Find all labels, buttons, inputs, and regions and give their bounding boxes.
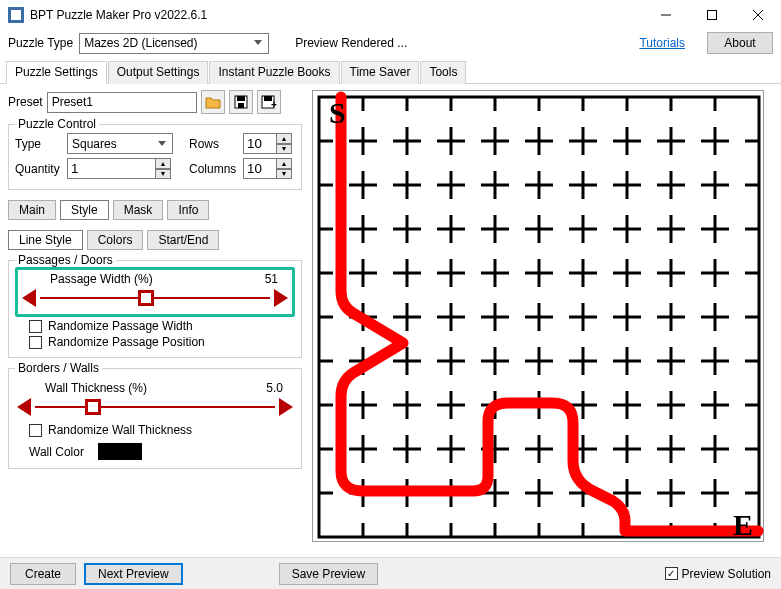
maximize-button[interactable] <box>689 0 735 30</box>
save-button[interactable] <box>229 90 253 114</box>
checkbox-checked-icon: ✓ <box>665 567 678 580</box>
preview-solution-label: Preview Solution <box>682 567 771 581</box>
tab-tools[interactable]: Tools <box>420 61 466 84</box>
subtab-info[interactable]: Info <box>167 200 209 220</box>
randomize-passage-width-checkbox[interactable]: Randomize Passage Width <box>29 319 295 333</box>
cols-down-icon[interactable]: ▼ <box>277 169 292 180</box>
type-select[interactable]: Squares <box>67 133 173 154</box>
rows-input[interactable] <box>243 133 277 154</box>
maze-end-label: E <box>733 508 753 541</box>
checkbox-icon <box>29 320 42 333</box>
passages-group: Passages / Doors Passage Width (%) 51 Ra… <box>8 260 302 358</box>
randomize-wall-thickness-checkbox[interactable]: Randomize Wall Thickness <box>29 423 295 437</box>
preset-input[interactable] <box>47 92 197 113</box>
cols-up-icon[interactable]: ▲ <box>277 158 292 169</box>
puzzle-type-value: Mazes 2D (Licensed) <box>84 36 197 50</box>
quantity-spinner[interactable]: ▲▼ <box>67 158 173 179</box>
wall-thickness-slider[interactable] <box>17 397 293 417</box>
columns-label: Columns <box>189 162 237 176</box>
qty-down-icon[interactable]: ▼ <box>156 169 171 180</box>
preview-status: Preview Rendered ... <box>295 36 407 50</box>
columns-spinner[interactable]: ▲▼ <box>243 158 292 179</box>
type-label: Type <box>15 137 61 151</box>
qty-up-icon[interactable]: ▲ <box>156 158 171 169</box>
close-button[interactable] <box>735 0 781 30</box>
window-title: BPT Puzzle Maker Pro v2022.6.1 <box>30 8 643 22</box>
rows-spinner[interactable]: ▲▼ <box>243 133 292 154</box>
about-button[interactable]: About <box>707 32 773 54</box>
puzzle-type-label: Puzzle Type <box>8 36 73 50</box>
randomize-wall-thickness-label: Randomize Wall Thickness <box>48 423 192 437</box>
app-icon <box>8 7 24 23</box>
styletab-colors[interactable]: Colors <box>87 230 144 250</box>
sub-tabs: Main Style Mask Info <box>8 200 302 220</box>
randomize-passage-position-label: Randomize Passage Position <box>48 335 205 349</box>
puzzle-type-select[interactable]: Mazes 2D (Licensed) <box>79 33 269 54</box>
subtab-style[interactable]: Style <box>60 200 109 220</box>
tab-time-saver[interactable]: Time Saver <box>341 61 420 84</box>
passage-width-value: 51 <box>265 272 278 286</box>
randomize-passage-position-checkbox[interactable]: Randomize Passage Position <box>29 335 295 349</box>
wall-color-label: Wall Color <box>29 445 84 459</box>
svg-text:+: + <box>271 99 277 109</box>
wall-thickness-value: 5.0 <box>266 381 283 395</box>
passage-width-label: Passage Width (%) <box>50 272 153 286</box>
wall-color-row: Wall Color <box>29 443 295 460</box>
tab-puzzle-settings[interactable]: Puzzle Settings <box>6 61 107 84</box>
slider-left-arrow-icon[interactable] <box>17 398 31 416</box>
maze-preview: S E <box>312 90 764 542</box>
slider-right-arrow-icon[interactable] <box>274 289 288 307</box>
maze-start-label: S <box>329 96 346 129</box>
preview-solution-checkbox[interactable]: ✓ Preview Solution <box>665 567 771 581</box>
tab-instant-puzzle-books[interactable]: Instant Puzzle Books <box>209 61 339 84</box>
svg-rect-5 <box>237 96 245 101</box>
tutorials-link[interactable]: Tutorials <box>639 36 685 50</box>
puzzle-control-group: Puzzle Control Type Squares Rows ▲▼ Quan… <box>8 124 302 190</box>
borders-title: Borders / Walls <box>15 361 102 375</box>
next-preview-button[interactable]: Next Preview <box>84 563 183 585</box>
puzzle-control-title: Puzzle Control <box>15 117 99 131</box>
wall-color-swatch[interactable] <box>98 443 142 460</box>
main-tabs: Puzzle Settings Output Settings Instant … <box>0 60 781 84</box>
subtab-main[interactable]: Main <box>8 200 56 220</box>
rows-up-icon[interactable]: ▲ <box>277 133 292 144</box>
svg-rect-1 <box>708 10 717 19</box>
styletab-start-end[interactable]: Start/End <box>147 230 219 250</box>
type-value: Squares <box>72 137 117 151</box>
save-as-button[interactable]: + <box>257 90 281 114</box>
columns-input[interactable] <box>243 158 277 179</box>
svg-rect-6 <box>238 103 244 108</box>
open-folder-button[interactable] <box>201 90 225 114</box>
quantity-label: Quantity <box>15 162 61 176</box>
randomize-passage-width-label: Randomize Passage Width <box>48 319 193 333</box>
passages-title: Passages / Doors <box>15 253 116 267</box>
rows-down-icon[interactable]: ▼ <box>277 144 292 155</box>
rows-label: Rows <box>189 137 237 151</box>
slider-right-arrow-icon[interactable] <box>279 398 293 416</box>
checkbox-icon <box>29 424 42 437</box>
borders-group: Borders / Walls Wall Thickness (%) 5.0 R… <box>8 368 302 469</box>
slider-thumb[interactable] <box>85 399 101 415</box>
create-button[interactable]: Create <box>10 563 76 585</box>
tab-output-settings[interactable]: Output Settings <box>108 61 209 84</box>
passage-width-slider[interactable] <box>22 288 288 308</box>
save-preview-button[interactable]: Save Preview <box>279 563 378 585</box>
checkbox-icon <box>29 336 42 349</box>
minimize-button[interactable] <box>643 0 689 30</box>
wall-thickness-label: Wall Thickness (%) <box>45 381 147 395</box>
preset-label: Preset <box>8 95 43 109</box>
style-tabs: Line Style Colors Start/End <box>8 230 302 250</box>
passage-width-highlight: Passage Width (%) 51 <box>15 267 295 317</box>
slider-thumb[interactable] <box>138 290 154 306</box>
quantity-input[interactable] <box>67 158 156 179</box>
slider-left-arrow-icon[interactable] <box>22 289 36 307</box>
chevron-down-icon <box>154 135 170 152</box>
styletab-line-style[interactable]: Line Style <box>8 230 83 250</box>
chevron-down-icon <box>250 35 266 52</box>
subtab-mask[interactable]: Mask <box>113 200 164 220</box>
